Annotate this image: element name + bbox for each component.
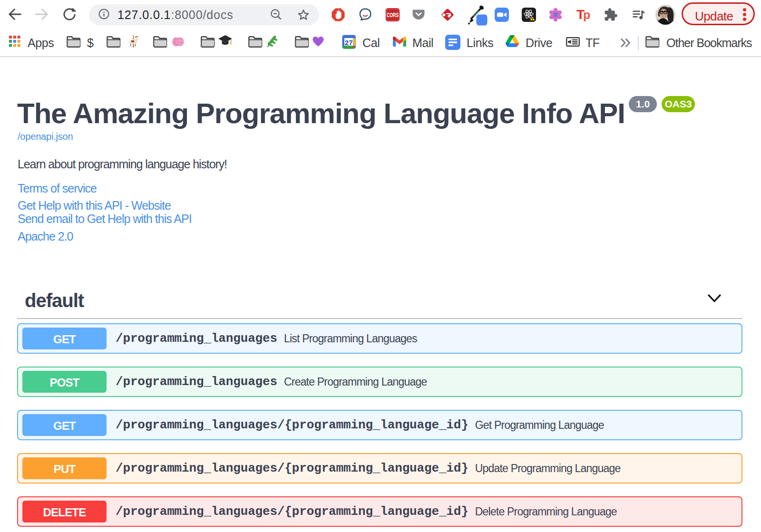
svg-text:27: 27 (345, 39, 353, 47)
svg-text:p: p (583, 8, 590, 21)
svg-text:CORS: CORS (387, 12, 399, 19)
